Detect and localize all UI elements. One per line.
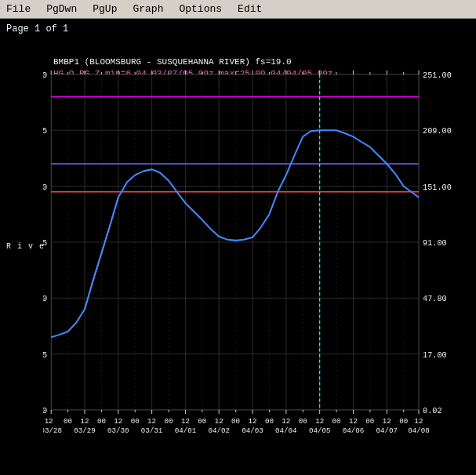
svg-text:03/29: 03/29 <box>74 427 95 436</box>
svg-text:209.00: 209.00 <box>423 127 452 136</box>
menu-pgdown[interactable]: PgDwn <box>43 2 80 16</box>
svg-text:0: 0 <box>43 406 47 415</box>
svg-text:00: 00 <box>265 417 274 426</box>
svg-text:04/04: 04/04 <box>275 427 297 436</box>
svg-text:00: 00 <box>198 417 206 426</box>
svg-text:00: 00 <box>332 417 341 426</box>
svg-text:17.00: 17.00 <box>423 351 447 360</box>
svg-text:12: 12 <box>45 417 53 426</box>
menu-pgup[interactable]: PgUp <box>89 2 120 16</box>
svg-text:12: 12 <box>415 417 423 426</box>
svg-text:04/08: 04/08 <box>408 427 429 436</box>
svg-text:04/03: 04/03 <box>242 427 263 436</box>
svg-text:00: 00 <box>299 417 307 426</box>
svg-text:00: 00 <box>165 417 173 426</box>
svg-text:0.02: 0.02 <box>423 407 441 415</box>
svg-text:12: 12 <box>215 417 223 426</box>
svg-text:12: 12 <box>81 417 89 426</box>
menu-graph[interactable]: Graph <box>129 2 166 16</box>
svg-text:00: 00 <box>365 417 374 426</box>
svg-text:00: 00 <box>131 417 140 426</box>
svg-text:04/06: 04/06 <box>343 427 364 436</box>
svg-text:12: 12 <box>181 417 190 426</box>
svg-text:03/31: 03/31 <box>141 427 163 436</box>
svg-text:20: 20 <box>43 183 47 192</box>
svg-text:04/07: 04/07 <box>376 427 398 436</box>
svg-text:151.00: 151.00 <box>423 183 452 192</box>
page-label: Page 1 of 1 <box>6 24 68 34</box>
chart-svg: 0 5 10 15 20 25 30 251.00 209.00 151.00 … <box>43 50 459 442</box>
svg-text:251.00: 251.00 <box>423 71 452 80</box>
svg-text:47.80: 47.80 <box>423 295 447 303</box>
svg-text:10: 10 <box>43 294 47 303</box>
svg-text:04/05: 04/05 <box>309 427 330 436</box>
menu-file[interactable]: File <box>3 2 34 16</box>
menu-bar: File PgDwn PgUp Graph Options Edit <box>0 0 476 19</box>
svg-text:00: 00 <box>231 417 240 426</box>
menu-options[interactable]: Options <box>176 2 225 16</box>
svg-text:12: 12 <box>349 417 358 426</box>
menu-edit[interactable]: Edit <box>234 2 265 16</box>
svg-text:5: 5 <box>43 350 47 360</box>
svg-text:12: 12 <box>114 417 122 426</box>
svg-text:12: 12 <box>147 417 156 426</box>
svg-text:03/30: 03/30 <box>107 427 129 436</box>
svg-text:12: 12 <box>315 417 324 426</box>
svg-text:91.00: 91.00 <box>423 239 447 248</box>
svg-text:12: 12 <box>383 417 391 426</box>
svg-text:04/01: 04/01 <box>175 427 197 436</box>
svg-text:25: 25 <box>43 126 47 136</box>
svg-text:12: 12 <box>249 417 257 426</box>
svg-text:00: 00 <box>399 417 408 426</box>
svg-text:30: 30 <box>43 71 47 80</box>
svg-text:03/28: 03/28 <box>43 427 62 436</box>
svg-text:15: 15 <box>43 238 47 248</box>
svg-text:00: 00 <box>64 417 72 426</box>
content-area: Page 1 of 1 BMBP1 (BLOOMSBURG - SUSQUEHA… <box>0 19 476 475</box>
svg-text:04/02: 04/02 <box>208 427 229 436</box>
svg-text:00: 00 <box>97 417 106 426</box>
svg-text:12: 12 <box>282 417 290 426</box>
